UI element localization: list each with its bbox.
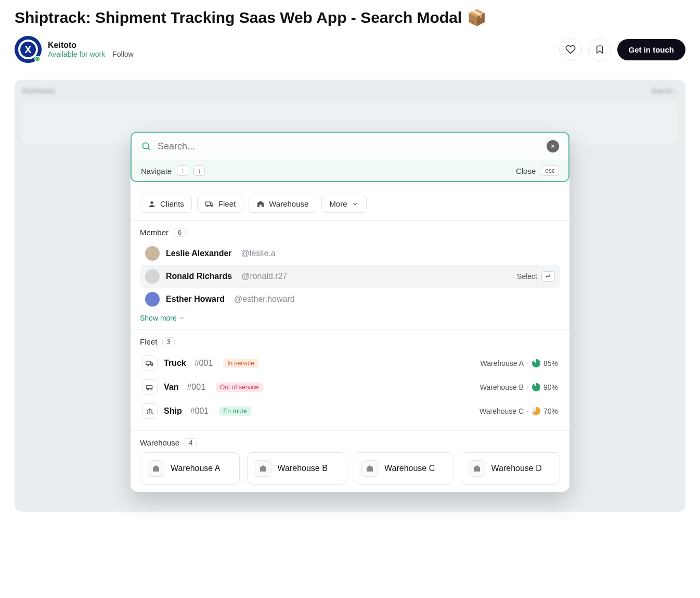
avatar xyxy=(145,246,160,261)
package-icon: 📦 xyxy=(467,8,486,27)
truck-icon xyxy=(146,359,154,367)
chevron-down-icon xyxy=(352,200,359,208)
author-name[interactable]: Keitoto xyxy=(48,41,134,50)
avatar xyxy=(145,269,160,284)
fleet-id: #001 xyxy=(195,359,213,368)
svg-point-0 xyxy=(142,143,149,149)
svg-point-7 xyxy=(211,205,213,207)
clear-search-button[interactable] xyxy=(547,140,559,152)
fleet-type: Truck xyxy=(164,359,186,368)
warehouse-icon xyxy=(259,464,267,473)
member-item[interactable]: Esther Howard @esther.howard xyxy=(140,288,560,311)
filter-warehouse[interactable]: Warehouse xyxy=(249,195,316,213)
svg-point-14 xyxy=(151,389,152,390)
warehouse-icon xyxy=(366,464,374,473)
get-in-touch-button[interactable]: Get in touch xyxy=(617,39,686,60)
member-handle: @leslie.a xyxy=(241,249,276,258)
fleet-warehouse: Warehouse B xyxy=(480,383,524,391)
heart-icon xyxy=(565,44,576,55)
fleet-percent: 70% xyxy=(543,407,558,415)
svg-rect-12 xyxy=(146,386,152,389)
follow-link[interactable]: Follow xyxy=(112,50,133,58)
enter-key-icon: ↵ xyxy=(541,271,555,282)
fleet-type: Van xyxy=(164,383,178,392)
truck-icon xyxy=(205,200,214,208)
arrow-down-key-icon: ↓ xyxy=(193,166,205,176)
member-name: Leslie Alexander xyxy=(166,249,232,258)
close-icon xyxy=(550,144,555,149)
fleet-item[interactable]: Ship #001 En route Warehouse C · 70% xyxy=(140,399,560,423)
warehouse-icon xyxy=(473,464,481,473)
warehouse-section: Warehouse 4 Warehouse A Warehouse B Ware… xyxy=(131,431,569,492)
status-badge: Out of service xyxy=(216,383,263,392)
svg-point-4 xyxy=(150,201,153,203)
fleet-warehouse: Warehouse A xyxy=(481,359,524,367)
filter-clients[interactable]: Clients xyxy=(140,195,192,213)
like-button[interactable] xyxy=(559,38,582,61)
select-label: Select xyxy=(517,272,537,281)
member-handle: @ronald.r27 xyxy=(241,272,287,281)
fleet-item[interactable]: Van #001 Out of service Warehouse B · 90… xyxy=(140,375,560,399)
warehouse-card[interactable]: Warehouse B xyxy=(247,452,347,485)
close-label: Close xyxy=(516,167,536,175)
warehouse-card[interactable]: Warehouse C xyxy=(354,452,453,485)
section-label: Member xyxy=(140,228,168,237)
member-count-badge: 6 xyxy=(174,228,186,237)
warehouse-name: Warehouse A xyxy=(171,464,220,473)
section-label: Warehouse xyxy=(140,438,179,447)
svg-line-1 xyxy=(148,148,150,150)
arrow-up-key-icon: ↑ xyxy=(177,166,188,176)
fleet-id: #001 xyxy=(190,406,209,416)
status-badge: In service xyxy=(223,359,258,368)
svg-rect-9 xyxy=(146,361,151,365)
capacity-donut-icon xyxy=(532,407,540,415)
esc-key-icon: esc xyxy=(541,166,559,176)
filter-more[interactable]: More xyxy=(321,195,366,213)
page-title: Shiptrack: Shipment Tracking Saas Web Ap… xyxy=(15,8,685,27)
bookmark-button[interactable] xyxy=(588,38,611,61)
status-badge: En route xyxy=(219,406,251,416)
warehouse-card[interactable]: Warehouse D xyxy=(461,452,561,485)
warehouse-name: Warehouse B xyxy=(278,464,328,473)
author-avatar[interactable]: X xyxy=(15,36,42,63)
svg-point-10 xyxy=(147,365,149,366)
svg-point-6 xyxy=(207,205,209,207)
fleet-percent: 90% xyxy=(543,383,558,391)
availability-status[interactable]: Available for work xyxy=(48,50,105,58)
warehouse-name: Warehouse D xyxy=(491,464,542,473)
svg-point-11 xyxy=(151,365,153,366)
warehouse-count-badge: 4 xyxy=(185,438,197,447)
member-item[interactable]: Leslie Alexander @leslie.a xyxy=(140,242,560,265)
van-icon xyxy=(146,383,154,391)
avatar xyxy=(145,292,160,307)
fleet-section: Fleet 3 Truck #001 In service Warehouse … xyxy=(131,330,569,431)
member-name: Esther Howard xyxy=(166,295,225,304)
fleet-id: #001 xyxy=(187,383,205,392)
search-icon xyxy=(141,141,151,151)
member-handle: @esther.howard xyxy=(234,295,295,304)
warehouse-icon xyxy=(152,464,160,473)
warehouse-card[interactable]: Warehouse A xyxy=(140,452,240,485)
search-modal: Navigate ↑ ↓ Close esc Clients Fleet xyxy=(131,132,569,492)
search-input[interactable] xyxy=(158,141,540,152)
chevron-down-icon xyxy=(179,315,185,321)
fleet-count-badge: 3 xyxy=(162,337,174,346)
svg-point-13 xyxy=(147,389,149,390)
fleet-type: Ship xyxy=(164,406,182,416)
member-item[interactable]: Ronald Richards @ronald.r27 Select ↵ xyxy=(140,265,560,288)
capacity-donut-icon xyxy=(532,383,540,391)
person-icon xyxy=(148,200,156,208)
navigate-label: Navigate xyxy=(141,167,172,175)
warehouse-icon xyxy=(256,200,265,208)
capacity-donut-icon xyxy=(532,359,540,367)
fleet-percent: 85% xyxy=(543,359,558,367)
member-section: Member 6 Leslie Alexander @leslie.a Rona… xyxy=(131,221,569,330)
svg-rect-8 xyxy=(260,205,262,207)
show-more-button[interactable]: Show more xyxy=(140,314,560,322)
filter-fleet[interactable]: Fleet xyxy=(197,195,243,213)
warehouse-name: Warehouse C xyxy=(384,464,435,473)
fleet-warehouse: Warehouse C xyxy=(479,407,524,415)
section-label: Fleet xyxy=(140,337,157,346)
bookmark-icon xyxy=(595,45,604,54)
fleet-item[interactable]: Truck #001 In service Warehouse A · 85% xyxy=(140,351,560,375)
